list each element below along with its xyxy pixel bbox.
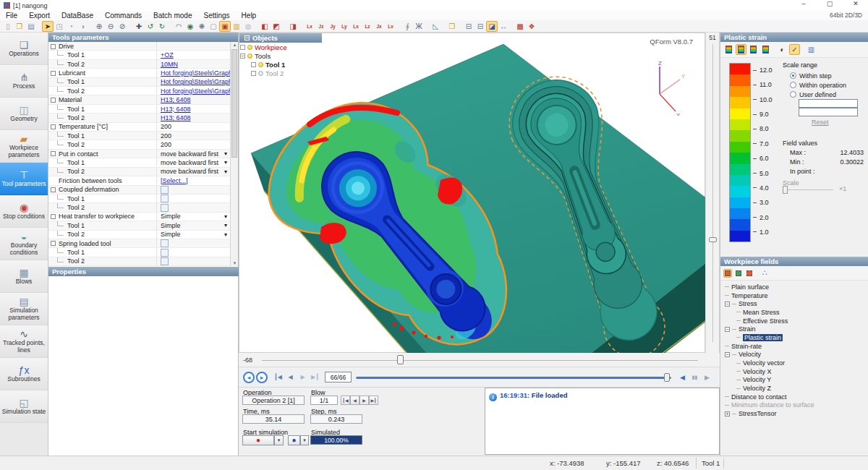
scrollbar-thumb[interactable] [231, 49, 237, 158]
apply-check-icon[interactable]: ✓ [789, 44, 800, 55]
horizontal-slider[interactable]: -68 [239, 353, 720, 367]
field-tree-item[interactable]: StressTensor [725, 409, 868, 418]
legend-style-3-icon[interactable] [748, 44, 759, 55]
sidebar-item[interactable]: ◒ Boundary conditions [0, 228, 48, 260]
toolbar-button[interactable]: ◑ [77, 21, 88, 32]
vslider-track[interactable] [712, 44, 713, 342]
field-tree-item[interactable]: Temperature [725, 291, 868, 300]
toolbar-button[interactable]: ⊖ [105, 21, 116, 32]
menu-item[interactable]: DataBase [56, 12, 99, 20]
table-row[interactable]: Tool 2 10MN [48, 60, 231, 69]
toolbar-button[interactable]: ◨ [287, 21, 299, 32]
sidebar-item[interactable]: ❏ Operations [0, 33, 48, 65]
parameter-value[interactable]: move backward first [157, 168, 231, 176]
sidebar-item[interactable]: ▦ Blows [0, 260, 48, 293]
field-tree-item[interactable]: Minimum distance to surface [725, 401, 868, 410]
menu-item[interactable]: Settings [197, 12, 235, 20]
palette-icon[interactable]: ▥ [806, 44, 817, 55]
toolbar-button[interactable]: ▤ [25, 21, 37, 32]
collapse-icon[interactable]: − [244, 35, 250, 40]
toolbar-button[interactable]: ∮ [401, 21, 413, 32]
contrast-icon[interactable]: ◐ [777, 44, 788, 55]
record-slider[interactable] [356, 372, 671, 383]
operation-field[interactable]: Operation 2 [1] [242, 396, 305, 405]
toolbar-button[interactable]: ▩ [514, 21, 526, 32]
maximize-button[interactable]: ▢ [825, 0, 835, 7]
toolbar-button[interactable]: ◺ [430, 21, 441, 32]
menu-item[interactable]: Export [23, 12, 56, 20]
user-defined-max-input[interactable] [799, 99, 858, 108]
parameter-value[interactable]: move backward first [157, 158, 231, 166]
step-back-button[interactable]: ◂ [243, 372, 255, 383]
radio-icon[interactable] [790, 72, 796, 79]
expand-icon[interactable] [51, 151, 56, 156]
toolbar-button[interactable]: Lx [304, 21, 315, 32]
visibility-bulb-icon[interactable] [258, 62, 263, 67]
start-simulation-dropdown[interactable]: ▾ [274, 435, 284, 445]
blow-nav-button[interactable]: ▶ [359, 396, 369, 405]
sidebar-item[interactable]: ◫ Geometry [0, 98, 48, 130]
scale-range-radio[interactable]: Within step [783, 71, 865, 80]
expand-icon[interactable] [51, 71, 56, 76]
expand-icon[interactable]: − [240, 54, 245, 59]
table-row[interactable]: Put in contact move backward first [48, 150, 231, 158]
toolbar-button[interactable]: ◉ [184, 21, 196, 32]
parameter-value[interactable]: 200 [157, 123, 231, 131]
table-row[interactable]: Tool 1 move backward first [48, 158, 231, 167]
parameter-value[interactable]: 10MN [157, 60, 231, 68]
parameter-value[interactable]: H13; 6408 [157, 105, 231, 113]
vslider-thumb[interactable] [709, 237, 717, 242]
object-tree-item[interactable]: Workpiece [239, 43, 322, 51]
play-backward-button[interactable]: ◀ [677, 372, 688, 383]
table-row[interactable]: Tool 2 Simple [48, 231, 231, 239]
expand-icon[interactable] [51, 44, 56, 49]
toolbar-button[interactable]: Lz [362, 21, 373, 32]
parameter-value[interactable] [157, 239, 231, 247]
scale-range-radio[interactable]: User defined [783, 90, 865, 99]
minimize-button[interactable]: – [799, 0, 809, 7]
radio-icon[interactable] [790, 91, 796, 98]
parameter-value[interactable]: Simple [157, 231, 231, 239]
legend-style-2-icon[interactable] [736, 44, 746, 55]
parameter-value[interactable]: Simple [157, 213, 231, 221]
toolbar-button[interactable]: Ж [413, 21, 425, 32]
expand-icon[interactable] [725, 352, 730, 357]
toolbar-button[interactable]: ➤ [42, 21, 54, 32]
parameter-value[interactable]: +OZ [157, 51, 231, 59]
field-tree-item[interactable]: Effective Stress [725, 317, 868, 325]
expand-icon[interactable] [251, 62, 256, 67]
table-row[interactable]: Tool 2 200 [48, 140, 231, 149]
toolbar-button[interactable]: ⊟ [463, 21, 475, 32]
field-tree-item[interactable]: Mean Stress [725, 308, 868, 317]
last-record-button[interactable]: ▶┃ [310, 372, 320, 383]
pause-button[interactable]: ▮▮ [689, 372, 700, 383]
toolbar-button[interactable]: Lv [385, 21, 396, 32]
table-row[interactable]: Friction between tools [Select...] [48, 176, 231, 185]
menu-item[interactable]: Commands [99, 12, 148, 20]
prev-record-button[interactable]: ◀ [285, 372, 296, 383]
table-row[interactable]: Tool 2 move backward first [48, 168, 231, 176]
visibility-bulb-icon[interactable] [247, 45, 252, 50]
toolbar-button[interactable]: ▣ [219, 21, 231, 32]
parameter-value[interactable]: move backward first [157, 150, 231, 158]
blow-nav-button[interactable]: ◀ [350, 396, 359, 405]
sidebar-item[interactable]: ▰ Workpiece parameters [0, 130, 48, 163]
toolbar-button[interactable]: Jz [315, 21, 327, 32]
expand-icon[interactable] [51, 241, 56, 246]
toolbar-button[interactable]: ⊕ [93, 21, 105, 32]
table-row[interactable]: Tool 2 [48, 203, 231, 212]
table-row[interactable]: Tool 1 +OZ [48, 51, 231, 59]
field-tree-item[interactable]: Strain [725, 325, 868, 333]
toolbar-button[interactable]: ◔ [65, 21, 77, 32]
radio-icon[interactable] [790, 82, 796, 88]
scroll-down-icon[interactable]: ▼ [231, 261, 239, 265]
field-display-3-icon[interactable] [745, 269, 754, 278]
sidebar-item[interactable]: ◉ Stop conditions [0, 195, 48, 228]
hslider-track[interactable] [262, 360, 698, 361]
sidebar-item[interactable]: ◱ Simulation state [0, 390, 48, 423]
sidebar-item[interactable]: ▤ Simulation parameters [0, 293, 48, 325]
toolbar-button[interactable]: ↻ [156, 21, 168, 32]
toolbar-button[interactable]: Lx [350, 21, 362, 32]
table-row[interactable]: Spring loaded tool [48, 239, 231, 248]
toolbar-button[interactable]: ◩ [271, 21, 282, 32]
